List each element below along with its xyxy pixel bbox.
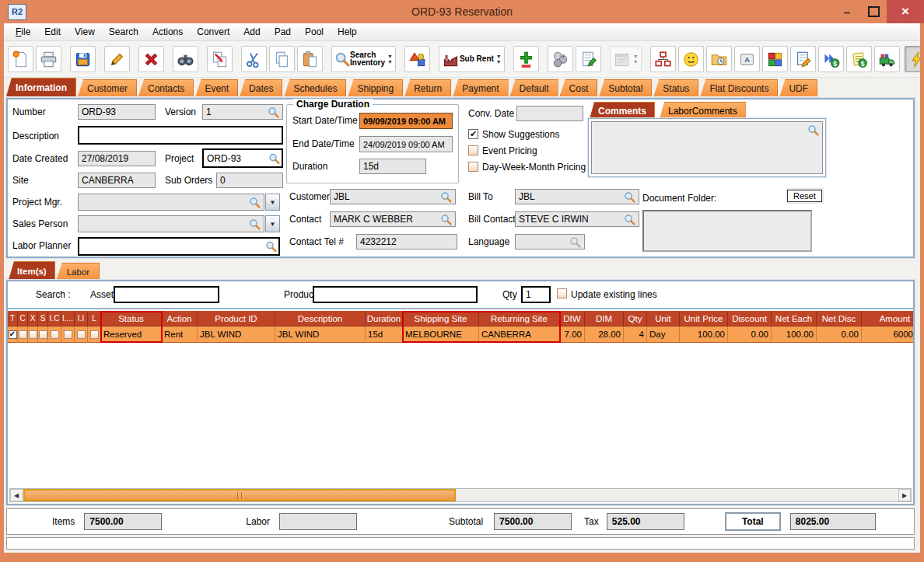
col-header-idots[interactable]: I.... — [61, 311, 75, 326]
project-mgr-field[interactable] — [78, 194, 264, 211]
copy-button[interactable] — [269, 46, 295, 72]
print-button[interactable] — [36, 46, 61, 72]
project-search-icon[interactable] — [268, 152, 280, 164]
tab-flat-discounts[interactable]: Flat Discounts — [700, 79, 778, 96]
col-header-discount[interactable]: Discount — [728, 311, 772, 326]
cell-diw[interactable]: 7.00 — [560, 326, 585, 343]
menu-add[interactable]: Add — [236, 24, 267, 40]
row-checkbox[interactable] — [19, 330, 27, 339]
comments-textarea[interactable] — [591, 121, 823, 174]
col-header-dim[interactable]: DIM — [585, 311, 624, 326]
row-check-ic[interactable] — [48, 326, 61, 343]
row-checkbox[interactable] — [51, 330, 59, 339]
col-header-amount[interactable]: Amount — [862, 311, 913, 326]
invoice-forward-button[interactable]: $ — [818, 46, 844, 72]
description-input[interactable] — [78, 126, 283, 145]
keyboard-button[interactable]: A — [734, 46, 760, 72]
site-field[interactable]: CANBERRA — [78, 173, 156, 188]
delete-button[interactable] — [138, 46, 164, 72]
menu-view[interactable]: View — [68, 24, 102, 40]
tab-information[interactable]: Information — [6, 78, 76, 96]
cell-description[interactable]: JBL WIND — [275, 326, 366, 343]
col-header-c[interactable]: C — [18, 311, 28, 326]
col-header-s[interactable]: S — [38, 311, 48, 326]
contact-search-icon[interactable] — [440, 214, 452, 225]
history-folder-button[interactable] — [706, 46, 732, 72]
start-datetime-field[interactable]: 09/09/2019 09:00 AM — [359, 113, 453, 129]
minimize-button[interactable]: – — [834, 0, 860, 23]
menu-pool[interactable]: Pool — [298, 24, 331, 40]
tab-event[interactable]: Event — [195, 79, 238, 96]
graphics-shapes-button[interactable] — [404, 46, 430, 72]
end-datetime-field[interactable]: 24/09/2019 09:00 AM — [359, 136, 453, 152]
labor-planner-input[interactable] — [78, 237, 280, 256]
col-header-ii[interactable]: I.I — [75, 311, 88, 326]
menu-pad[interactable]: Pad — [268, 24, 298, 40]
tab-udf[interactable]: UDF — [779, 79, 817, 96]
total-button[interactable]: Total — [725, 512, 781, 531]
cell-unit[interactable]: Day — [647, 326, 680, 343]
cell-status[interactable]: Reserved — [101, 326, 162, 343]
table-row[interactable]: ✔ Reserved Rent JBL WIND JBL WIND 15d ME… — [8, 326, 913, 343]
tab-subtotal[interactable]: Subtotal — [599, 79, 652, 96]
show-suggestions-checkbox[interactable]: ✔ — [468, 129, 478, 139]
duration-field[interactable]: 15d — [359, 159, 426, 174]
row-check-ii[interactable] — [75, 326, 88, 343]
menu-file[interactable]: File — [9, 24, 37, 40]
project-mgr-dropdown[interactable]: ▼ — [265, 194, 280, 211]
customer-search-icon[interactable] — [440, 191, 452, 203]
row-checkbox[interactable] — [29, 330, 37, 339]
find-button[interactable] — [173, 46, 198, 72]
version-field[interactable]: 1 — [202, 104, 283, 120]
product-input[interactable] — [313, 286, 478, 303]
comments-search-icon[interactable] — [807, 124, 819, 136]
menu-search[interactable]: Search — [102, 24, 145, 40]
spheres-help-button[interactable]: ? — [548, 46, 573, 72]
sales-person-dropdown[interactable]: ▼ — [265, 215, 280, 232]
save-button[interactable] — [70, 46, 96, 72]
cell-qty[interactable]: 4 — [624, 326, 647, 343]
col-header-returning-site[interactable]: Returning Site — [479, 311, 560, 326]
col-header-description[interactable]: Description — [275, 311, 366, 326]
bill-contact-field[interactable]: STEVE C IRWIN — [515, 211, 639, 227]
menu-actions[interactable]: Actions — [145, 24, 190, 40]
billing-notes-button[interactable]: $ — [846, 46, 872, 72]
tab-comments[interactable]: Comments — [590, 102, 655, 119]
sales-person-search-icon[interactable] — [249, 218, 261, 230]
menu-edit[interactable]: Edit — [37, 24, 68, 40]
close-button[interactable]: × — [887, 0, 924, 23]
col-header-net-each[interactable]: Net Each — [772, 311, 817, 326]
cell-amount[interactable]: 6000.00 — [862, 326, 913, 343]
asset-input[interactable] — [114, 286, 219, 303]
conv-date-field[interactable] — [516, 106, 583, 121]
col-header-action[interactable]: Action — [162, 311, 198, 326]
row-check-c[interactable] — [18, 326, 28, 343]
cell-unit-price[interactable]: 100.00 — [680, 326, 728, 343]
labor-planner-search-icon[interactable] — [265, 241, 277, 253]
bill-to-field[interactable]: JBL — [515, 189, 639, 204]
row-checkbox[interactable] — [90, 330, 99, 339]
version-search-icon[interactable] — [268, 106, 279, 118]
tab-items[interactable]: Item(s) — [9, 261, 55, 280]
cell-dim[interactable]: 28.00 — [585, 326, 624, 343]
row-check-idots[interactable] — [61, 326, 75, 343]
tab-schedules[interactable]: Schedules — [284, 79, 346, 96]
cell-shipping-site[interactable]: MELBOURNE — [403, 326, 479, 343]
language-field[interactable] — [515, 234, 585, 250]
paste-button[interactable] — [297, 46, 323, 72]
col-header-t[interactable]: T — [8, 311, 18, 326]
tab-labor-comments[interactable]: LaborComments — [660, 102, 746, 119]
cell-net-disc[interactable]: 0.00 — [817, 326, 862, 343]
contact-field[interactable]: MARK C WEBBER — [330, 211, 456, 227]
tab-cost[interactable]: Cost — [560, 79, 598, 96]
shipping-button[interactable] — [874, 46, 900, 72]
new-document-button[interactable] — [8, 46, 33, 72]
cell-returning-site[interactable]: CANBERRA — [479, 326, 560, 343]
bill-contact-search-icon[interactable] — [624, 214, 635, 225]
project-mgr-search-icon[interactable] — [249, 197, 261, 208]
cell-action[interactable]: Rent — [162, 326, 198, 343]
horizontal-scrollbar[interactable]: ◀ ▶ — [9, 488, 912, 502]
number-field[interactable]: ORD-93 — [78, 104, 156, 120]
row-check-l[interactable] — [88, 326, 101, 343]
scroll-left-button[interactable]: ◀ — [10, 489, 23, 501]
